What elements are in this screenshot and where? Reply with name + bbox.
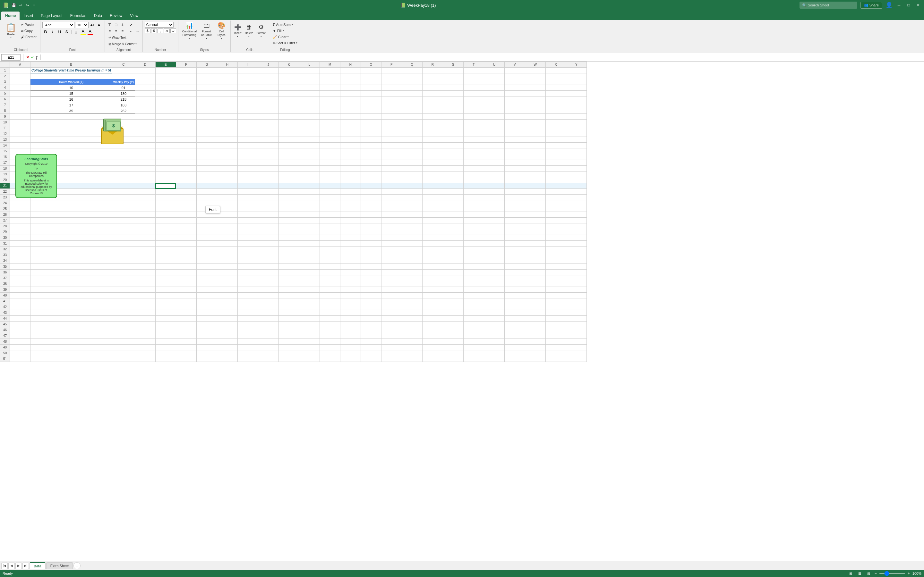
cell[interactable] <box>422 108 443 114</box>
cell[interactable] <box>422 183 443 189</box>
cell[interactable] <box>545 131 566 137</box>
cell[interactable] <box>196 316 217 322</box>
col-header-H[interactable]: H <box>217 62 237 68</box>
cell[interactable] <box>278 85 299 91</box>
cell[interactable] <box>258 287 278 293</box>
cell[interactable] <box>504 241 525 247</box>
cell[interactable] <box>402 310 422 316</box>
cell[interactable] <box>360 241 381 247</box>
row-header-28[interactable]: 28 <box>0 223 10 229</box>
cell[interactable] <box>31 276 112 281</box>
cell[interactable] <box>299 171 320 177</box>
cell[interactable] <box>443 298 463 304</box>
cell[interactable] <box>299 119 320 125</box>
cell[interactable] <box>217 195 237 200</box>
cell[interactable] <box>402 345 422 350</box>
cell[interactable] <box>340 114 360 119</box>
cell[interactable] <box>525 322 545 327</box>
cell[interactable] <box>443 79 463 85</box>
cell[interactable] <box>217 154 237 160</box>
cell[interactable] <box>196 339 217 345</box>
zoom-slider[interactable] <box>879 573 905 574</box>
cell[interactable] <box>504 148 525 154</box>
cell[interactable] <box>463 218 484 223</box>
cell[interactable] <box>135 171 155 177</box>
cell[interactable] <box>10 97 31 102</box>
cell[interactable] <box>135 85 155 91</box>
cell[interactable] <box>155 160 176 166</box>
cell[interactable] <box>196 327 217 333</box>
cell[interactable] <box>463 166 484 171</box>
cell[interactable] <box>360 235 381 241</box>
cell[interactable] <box>278 200 299 206</box>
cell[interactable] <box>340 316 360 322</box>
cell[interactable] <box>258 97 278 102</box>
cell[interactable] <box>112 229 135 235</box>
cell[interactable] <box>360 229 381 235</box>
cell[interactable] <box>443 166 463 171</box>
cell[interactable] <box>155 333 176 339</box>
cell[interactable] <box>504 137 525 143</box>
cell[interactable] <box>422 189 443 195</box>
cell[interactable] <box>525 143 545 148</box>
cell[interactable] <box>135 195 155 200</box>
cell[interactable] <box>566 229 586 235</box>
cell[interactable] <box>258 235 278 241</box>
number-format-select[interactable]: General <box>145 22 174 27</box>
cell[interactable] <box>237 183 258 189</box>
conditional-formatting-btn[interactable]: 📊 ConditionalFormatting ▾ <box>180 22 199 40</box>
cell[interactable] <box>504 73 525 79</box>
cell[interactable] <box>31 229 112 235</box>
cell[interactable] <box>176 316 196 322</box>
cell[interactable] <box>484 125 504 131</box>
cell[interactable] <box>237 350 258 356</box>
cell[interactable] <box>320 218 340 223</box>
cell[interactable] <box>422 154 443 160</box>
cell[interactable] <box>504 160 525 166</box>
cell[interactable] <box>258 85 278 91</box>
cell[interactable] <box>504 339 525 345</box>
cell[interactable] <box>237 298 258 304</box>
cell[interactable] <box>135 247 155 252</box>
cell[interactable] <box>155 73 176 79</box>
col-header-I[interactable]: I <box>237 62 258 68</box>
cell[interactable] <box>135 298 155 304</box>
cell[interactable] <box>381 85 402 91</box>
cell[interactable] <box>443 264 463 269</box>
cell[interactable] <box>135 281 155 287</box>
cell[interactable] <box>381 350 402 356</box>
cell[interactable] <box>566 68 586 73</box>
cell[interactable] <box>237 287 258 293</box>
italic-btn[interactable]: I <box>49 29 56 35</box>
cell[interactable] <box>135 339 155 345</box>
cell[interactable] <box>360 119 381 125</box>
cell[interactable] <box>155 316 176 322</box>
cell[interactable] <box>217 218 237 223</box>
cell[interactable] <box>10 345 31 350</box>
cell[interactable] <box>112 195 135 200</box>
cell[interactable] <box>463 160 484 166</box>
cell[interactable] <box>258 148 278 154</box>
cell[interactable] <box>566 241 586 247</box>
cell[interactable] <box>217 183 237 189</box>
col-header-U[interactable]: U <box>484 62 504 68</box>
cell[interactable] <box>422 316 443 322</box>
tab-view[interactable]: View <box>126 11 142 20</box>
cell[interactable] <box>135 258 155 264</box>
decrease-decimal-btn[interactable]: .0 <box>170 28 176 33</box>
cell[interactable] <box>340 241 360 247</box>
cell[interactable] <box>545 247 566 252</box>
cell[interactable] <box>112 293 135 298</box>
cell[interactable] <box>135 276 155 281</box>
cell[interactable] <box>237 269 258 276</box>
cell[interactable] <box>176 218 196 223</box>
cell-reference[interactable] <box>1 54 21 61</box>
cell[interactable] <box>484 73 504 79</box>
cell[interactable] <box>402 322 422 327</box>
cell[interactable] <box>196 310 217 316</box>
sort-filter-btn[interactable]: ⇅ Sort & Filter ▾ <box>271 40 299 46</box>
share-button[interactable]: 👥 Share <box>861 2 882 9</box>
clear-dropdown[interactable]: ▾ <box>288 35 289 38</box>
cell[interactable] <box>566 148 586 154</box>
row-header-33[interactable]: 33 <box>0 252 10 258</box>
